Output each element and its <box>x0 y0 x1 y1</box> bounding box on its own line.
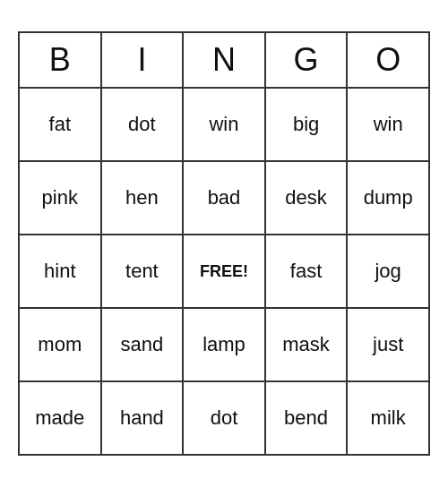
cell-5-4: bend <box>266 382 349 454</box>
cell-3-5: jog <box>348 235 428 307</box>
cell-3-3-free: FREE! <box>184 235 266 307</box>
cell-4-2: sand <box>102 309 185 380</box>
header-n: N <box>184 33 266 87</box>
header-g: G <box>266 33 349 87</box>
cell-1-4: big <box>266 89 349 160</box>
cell-5-1: made <box>20 382 102 454</box>
row-5: made hand dot bend milk <box>20 382 428 454</box>
row-3: hint tent FREE! fast jog <box>20 235 428 309</box>
header-row: B I N G O <box>20 33 428 89</box>
cell-2-3: bad <box>184 162 266 234</box>
row-1: fat dot win big win <box>20 89 428 162</box>
cell-2-1: pink <box>20 162 102 234</box>
cell-3-1: hint <box>20 235 102 307</box>
header-i: I <box>102 33 185 87</box>
row-4: mom sand lamp mask just <box>20 309 428 382</box>
cell-1-5: win <box>348 89 428 160</box>
row-2: pink hen bad desk dump <box>20 162 428 235</box>
cell-1-3: win <box>184 89 266 160</box>
cell-3-2: tent <box>102 235 185 307</box>
header-b: B <box>20 33 102 87</box>
header-o: O <box>348 33 428 87</box>
cell-4-1: mom <box>20 309 102 380</box>
cell-3-4: fast <box>266 235 349 307</box>
cell-5-2: hand <box>102 382 185 454</box>
cell-4-5: just <box>348 309 428 380</box>
cell-5-5: milk <box>348 382 428 454</box>
cell-4-4: mask <box>266 309 349 380</box>
cell-2-5: dump <box>348 162 428 234</box>
cell-1-2: dot <box>102 89 185 160</box>
cell-4-3: lamp <box>184 309 266 380</box>
cell-2-2: hen <box>102 162 185 234</box>
bingo-card: B I N G O fat dot win big win pink hen b… <box>18 31 430 456</box>
cell-1-1: fat <box>20 89 102 160</box>
cell-2-4: desk <box>266 162 349 234</box>
cell-5-3: dot <box>184 382 266 454</box>
